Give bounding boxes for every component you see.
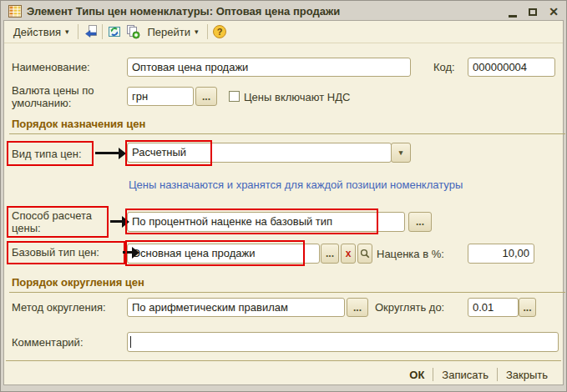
app-window: Элемент Типы цен номенклатуры: Оптовая ц…	[0, 0, 567, 392]
base-type-clear-button[interactable]: x	[341, 244, 356, 264]
annotation-arrow	[123, 251, 132, 254]
maximize-button[interactable]	[525, 5, 540, 19]
markup-input[interactable]: 10,00	[468, 244, 534, 264]
comment-label: Комментарий:	[12, 336, 84, 349]
search-icon	[360, 249, 370, 259]
maximize-icon	[529, 8, 537, 16]
refresh-button[interactable]	[105, 23, 124, 41]
annotation-arrow	[95, 152, 119, 154]
price-kind-dropdown-button[interactable]: ▾	[391, 143, 411, 163]
reread-button[interactable]	[81, 23, 99, 41]
section-divider	[9, 292, 565, 293]
toolbar: Действия ▾	[4, 21, 563, 43]
round-to-select-button[interactable]: ...	[519, 298, 536, 317]
footer-divider	[6, 360, 561, 361]
toolbar-separator	[78, 24, 78, 39]
markup-label: Наценка в %:	[377, 248, 444, 260]
code-label: Код:	[433, 61, 455, 73]
rounding-method-input[interactable]: По арифметическим правилам	[127, 298, 345, 317]
footer-button-bar: ОК Записать Закрыть	[401, 364, 556, 384]
calc-method-label: Способ расчета цены:	[12, 209, 105, 234]
text-cursor	[130, 336, 131, 348]
chevron-down-icon: ▾	[195, 28, 199, 36]
title-bar: Элемент Типы цен номенклатуры: Оптовая ц…	[3, 3, 564, 20]
close-button[interactable]: ✕	[546, 5, 561, 19]
currency-select-button[interactable]: ...	[195, 87, 217, 106]
base-type-select-button[interactable]: ...	[321, 244, 339, 264]
calc-method-select-button[interactable]: ...	[408, 212, 432, 232]
copy-add-icon	[125, 24, 140, 39]
base-type-input[interactable]: Основная цена продажи	[127, 244, 320, 264]
calc-method-input[interactable]: По процентной наценке на базовый тип	[127, 212, 405, 232]
code-input[interactable]: 000000004	[468, 58, 555, 77]
currency-input[interactable]: грн	[127, 87, 194, 106]
section-rounding-header: Порядок округления цен	[12, 276, 144, 289]
form-area: Действия ▾	[3, 20, 564, 385]
minimize-icon	[509, 15, 517, 18]
close-form-button[interactable]: Закрыть	[498, 366, 556, 384]
section-assignment-header: Порядок назначения цен	[12, 118, 145, 130]
base-type-label: Базовый тип цен:	[12, 246, 99, 259]
name-input[interactable]: Оптовая цена продажи	[127, 58, 411, 77]
window-title: Элемент Типы цен номенклатуры: Оптовая ц…	[27, 5, 340, 18]
chevron-down-icon: ▾	[65, 28, 69, 36]
help-icon: ?	[212, 24, 227, 39]
ok-button[interactable]: ОК	[401, 366, 433, 384]
reread-icon	[83, 24, 98, 39]
actions-menu-label: Действия	[13, 26, 61, 38]
toolbar-separator	[102, 24, 103, 39]
actions-menu-button[interactable]: Действия ▾	[8, 23, 75, 41]
minimize-button[interactable]	[505, 5, 520, 19]
vat-checkbox[interactable]	[229, 91, 240, 102]
copy-button[interactable]	[124, 23, 142, 41]
round-to-input[interactable]: 0.01	[468, 298, 519, 317]
name-label: Наименование:	[12, 61, 90, 73]
annotation-arrow	[110, 220, 122, 223]
refresh-icon	[107, 24, 122, 39]
price-kind-combobox[interactable]: Расчетный	[127, 143, 392, 163]
round-to-label: Округлять до:	[375, 301, 444, 314]
base-type-open-button[interactable]	[357, 244, 372, 264]
svg-text:?: ?	[216, 27, 222, 37]
price-kind-label: Вид типа цен:	[12, 148, 82, 160]
goto-menu-button[interactable]: Перейти ▾	[142, 23, 205, 41]
price-kind-hint: Цены назначаются и хранятся для каждой п…	[129, 178, 463, 191]
goto-menu-label: Перейти	[148, 26, 191, 38]
write-button[interactable]: Записать	[433, 366, 497, 384]
rounding-method-select-button[interactable]: ...	[347, 298, 368, 317]
rounding-method-label: Метод округления:	[12, 301, 106, 314]
toolbar-separator	[207, 24, 208, 39]
section-divider	[9, 133, 565, 134]
catalog-item-icon	[8, 5, 22, 18]
help-button[interactable]: ?	[210, 23, 229, 41]
vat-checkbox-label: Цены включают НДС	[244, 91, 350, 103]
currency-label: Валюта цены по умолчанию:	[12, 84, 119, 109]
comment-input[interactable]	[127, 332, 559, 352]
